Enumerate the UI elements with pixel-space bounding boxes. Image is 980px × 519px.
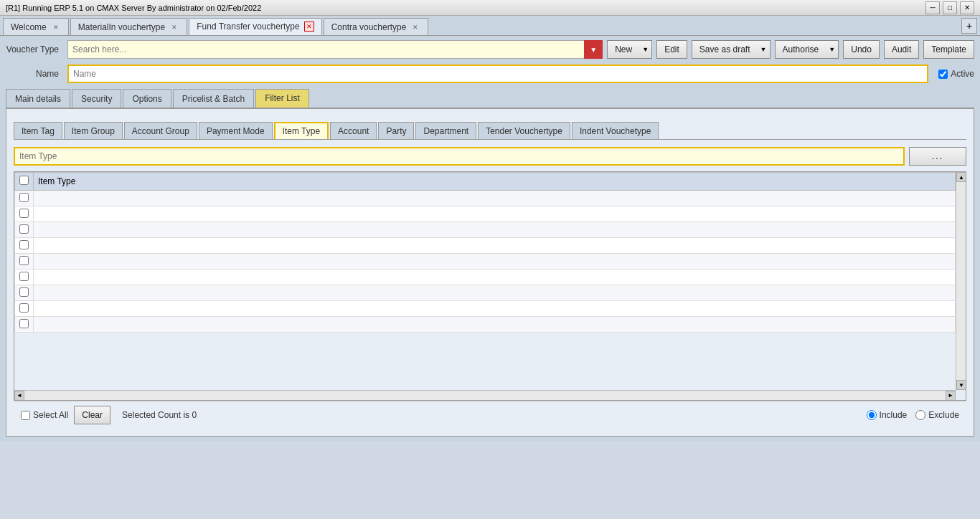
tab-fundtransfer[interactable]: Fund Transfer vouchertype ✕ <box>189 18 321 35</box>
item-type-table-wrapper: Item Type ▲ ▼ ◄ ► <box>14 171 966 401</box>
row-checkbox[interactable] <box>19 256 29 265</box>
exclude-radio[interactable] <box>915 410 925 420</box>
tab-contra-close[interactable]: ✕ <box>410 22 420 32</box>
clear-button[interactable]: Clear <box>74 406 110 424</box>
include-label: Include <box>880 410 908 420</box>
minimize-button[interactable]: ─ <box>925 1 940 14</box>
filter-tab-account[interactable]: Account <box>330 122 377 139</box>
table-row <box>15 301 956 317</box>
name-input[interactable] <box>67 65 928 83</box>
voucher-type-label: Voucher Type <box>6 44 63 54</box>
authorise-dropdown[interactable]: ▼ <box>826 40 839 59</box>
include-radio-wrapper: Include <box>867 410 908 420</box>
filter-tab-item-group[interactable]: Item Group <box>64 122 123 139</box>
item-type-search-row: ... <box>14 147 966 166</box>
filter-tab-party-label: Party <box>386 126 406 136</box>
tab-add-button[interactable]: + <box>961 18 977 34</box>
header-checkbox[interactable] <box>19 176 29 185</box>
scroll-right-button[interactable]: ► <box>946 391 956 401</box>
row-item-type-value <box>34 285 956 301</box>
table-row <box>15 285 956 301</box>
exclude-label: Exclude <box>928 410 959 420</box>
title-text: [R1] Running ERP 5.1 on CMAX Server By a… <box>6 4 261 12</box>
scroll-up-button[interactable]: ▲ <box>956 172 966 182</box>
row-checkbox-cell <box>15 191 34 206</box>
include-exclude-group: Include Exclude <box>867 410 959 420</box>
tab-welcome-label: Welcome <box>11 22 47 32</box>
table-row <box>15 317 956 333</box>
tab-materialin-close[interactable]: ✕ <box>169 22 179 32</box>
save-as-draft-group: Save as draft ▼ <box>692 40 771 59</box>
tab-main-details[interactable]: Main details <box>6 89 70 108</box>
scroll-track-h <box>24 391 946 401</box>
filter-tab-payment-mode[interactable]: Payment Mode <box>199 122 273 139</box>
row-checkbox[interactable] <box>19 287 29 297</box>
row-checkbox[interactable] <box>19 224 29 234</box>
tab-options[interactable]: Options <box>123 89 171 108</box>
row-checkbox[interactable] <box>19 272 29 281</box>
audit-button[interactable]: Audit <box>884 40 919 59</box>
undo-button[interactable]: Undo <box>843 40 880 59</box>
filter-tab-department-label: Department <box>423 126 468 136</box>
filter-tab-party[interactable]: Party <box>378 122 414 139</box>
select-all-wrapper: Select All <box>21 410 68 420</box>
exclude-radio-wrapper: Exclude <box>915 410 959 420</box>
tab-filter-list[interactable]: Filter List <box>255 89 309 108</box>
bottom-bar: Select All Clear Selected Count is 0 Inc… <box>14 401 966 429</box>
authorise-button[interactable]: Authorise <box>775 40 826 59</box>
row-checkbox[interactable] <box>19 240 29 249</box>
ellipsis-button[interactable]: ... <box>909 147 966 166</box>
save-as-draft-button[interactable]: Save as draft <box>692 40 758 59</box>
filter-tab-department[interactable]: Department <box>415 122 476 139</box>
filter-tab-item-type[interactable]: Item Type <box>274 122 329 139</box>
filter-tab-tender-vouchertype[interactable]: Tender Vouchertype <box>478 122 570 139</box>
row-checkbox[interactable] <box>19 209 29 218</box>
select-all-checkbox[interactable] <box>21 411 30 420</box>
close-button[interactable]: ✕ <box>960 1 974 14</box>
tab-welcome[interactable]: Welcome ✕ <box>3 18 69 35</box>
new-button-group: New ▼ <box>607 40 652 59</box>
filter-tab-indent-vouchetype[interactable]: Indent Vouchetype <box>572 122 659 139</box>
horizontal-scrollbar[interactable]: ◄ ► <box>14 390 956 400</box>
tab-fundtransfer-close[interactable]: ✕ <box>304 22 314 32</box>
filter-tab-account-group[interactable]: Account Group <box>124 122 197 139</box>
include-radio[interactable] <box>867 410 877 420</box>
row-checkbox[interactable] <box>19 319 29 328</box>
save-as-draft-dropdown[interactable]: ▼ <box>758 40 771 59</box>
tab-options-label: Options <box>132 94 161 104</box>
tab-security-label: Security <box>81 94 112 104</box>
tab-security[interactable]: Security <box>72 89 121 108</box>
tab-welcome-close[interactable]: ✕ <box>51 22 61 32</box>
table-row <box>15 254 956 270</box>
tab-fundtransfer-label: Fund Transfer vouchertype <box>197 22 299 32</box>
table-row <box>15 270 956 285</box>
tab-contra[interactable]: Contra vouchertype ✕ <box>324 18 429 35</box>
new-button[interactable]: New <box>607 40 639 59</box>
scroll-down-button[interactable]: ▼ <box>956 380 966 390</box>
tab-pricelist-batch[interactable]: Pricelist & Batch <box>173 89 254 108</box>
row-item-type-value <box>34 238 956 254</box>
toolbar: Voucher Type ▼ New ▼ Edit Save as draft … <box>6 40 974 59</box>
new-dropdown-button[interactable]: ▼ <box>639 40 652 59</box>
row-checkbox[interactable] <box>19 303 29 313</box>
row-checkbox-cell <box>15 285 34 301</box>
item-type-search-input[interactable] <box>14 147 905 166</box>
search-dropdown-button[interactable]: ▼ <box>584 40 603 59</box>
active-wrapper: Active <box>938 69 974 79</box>
authorise-group: Authorise ▼ <box>775 40 839 59</box>
filter-tab-item-tag[interactable]: Item Tag <box>14 122 62 139</box>
scroll-track-v <box>956 182 966 380</box>
voucher-type-search-input[interactable] <box>67 40 603 59</box>
filter-tab-item-tag-label: Item Tag <box>22 126 55 136</box>
table-header-checkbox <box>15 173 34 191</box>
vertical-scrollbar[interactable]: ▲ ▼ <box>956 172 966 390</box>
tab-materialin[interactable]: MaterialIn vouchertype ✕ <box>70 18 187 35</box>
template-button[interactable]: Template <box>923 40 974 59</box>
row-item-type-value <box>34 301 956 317</box>
edit-button[interactable]: Edit <box>656 40 687 59</box>
maximize-button[interactable]: □ <box>943 1 957 14</box>
active-checkbox[interactable] <box>938 70 948 79</box>
row-checkbox[interactable] <box>19 193 29 202</box>
row-checkbox-cell <box>15 301 34 317</box>
scroll-left-button[interactable]: ◄ <box>14 391 24 401</box>
